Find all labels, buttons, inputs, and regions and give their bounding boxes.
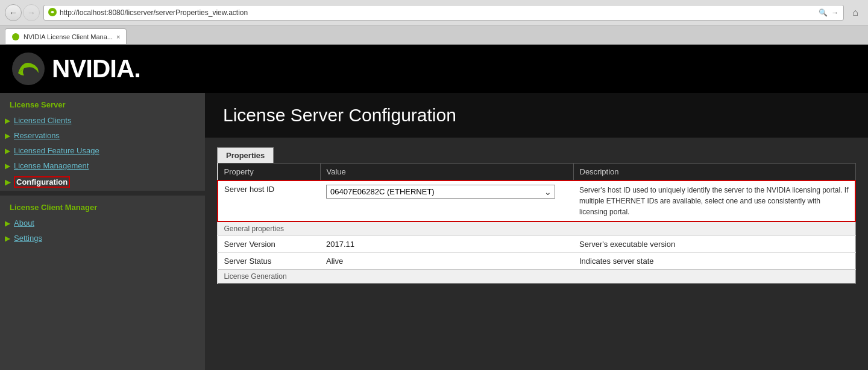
home-button[interactable]: ⌂	[848, 4, 863, 22]
table-section-general: General properties	[218, 222, 855, 236]
sidebar-item-licensed-clients[interactable]: ▶ Licensed Clients	[0, 113, 205, 128]
tab-close-button[interactable]: ×	[116, 33, 120, 40]
nvidia-logo: NVIDIA.	[12, 53, 140, 85]
forward-button[interactable]: →	[23, 4, 40, 21]
license-server-section-header: License Server	[0, 93, 205, 113]
cell-value-server-version: 2017.11	[320, 236, 573, 253]
table-row-server-status: Server Status Alive Indicates server sta…	[218, 253, 855, 270]
content-body: Properties Property Value Description Se…	[205, 138, 868, 370]
sidebar-item-license-management[interactable]: ▶ License Management	[0, 158, 205, 173]
sidebar-link-about[interactable]: About	[14, 218, 34, 228]
properties-table: Property Value Description Server host I…	[217, 163, 856, 284]
sidebar-link-licensed-clients[interactable]: Licensed Clients	[14, 116, 71, 125]
tab-title: NVIDIA License Client Mana...	[24, 33, 113, 40]
tab-favicon	[11, 33, 20, 41]
nvidia-wordmark: NVIDIA.	[52, 54, 140, 83]
cell-property-host-id: Server host ID	[218, 180, 320, 222]
browser-chrome: ← → http://localhost:8080/licserver/serv…	[0, 0, 868, 45]
arrow-icon: ▶	[5, 219, 10, 228]
svg-point-1	[12, 33, 19, 40]
table-row-server-version: Server Version 2017.11 Server's executab…	[218, 236, 855, 253]
sidebar-section-license-client-manager: License Client Manager ▶ About ▶ Setting…	[0, 196, 205, 246]
sidebar-link-license-management[interactable]: License Management	[14, 161, 89, 170]
nvidia-emblem-icon	[12, 53, 45, 85]
address-actions: 🔍 →	[817, 8, 840, 17]
go-button[interactable]: →	[830, 8, 840, 17]
sidebar-link-settings[interactable]: Settings	[14, 234, 42, 243]
sidebar-item-about[interactable]: ▶ About	[0, 215, 205, 231]
browser-toolbar: ← → http://localhost:8080/licserver/serv…	[0, 0, 868, 26]
sidebar-link-configuration[interactable]: Configuration	[16, 177, 68, 187]
arrow-icon: ▶	[5, 116, 10, 125]
sidebar-item-configuration[interactable]: ▶ Configuration	[0, 173, 205, 191]
arrow-icon: ▶	[5, 132, 10, 140]
content-area: License Server Configuration Properties …	[205, 93, 868, 370]
host-id-select-wrapper: 06407E06282C (ETHERNET)	[326, 185, 555, 199]
tabs-bar: NVIDIA License Client Mana... ×	[0, 26, 868, 44]
col-header-property: Property	[218, 164, 320, 181]
arrow-icon: ▶	[5, 178, 10, 187]
cell-value-host-id[interactable]: 06407E06282C (ETHERNET)	[320, 180, 573, 222]
site-icon	[48, 7, 57, 19]
sidebar-item-licensed-feature-usage[interactable]: ▶ Licensed Feature Usage	[0, 143, 205, 158]
back-button[interactable]: ←	[5, 4, 22, 21]
nvidia-header: NVIDIA.	[0, 45, 868, 93]
table-header-row: Property Value Description	[218, 164, 855, 181]
page-title: License Server Configuration	[223, 105, 850, 126]
host-id-select[interactable]: 06407E06282C (ETHERNET)	[326, 185, 555, 199]
host-id-description: Server's host ID used to uniquely identi…	[579, 186, 849, 216]
license-generation-header: License Generation	[218, 270, 855, 284]
sidebar-link-reservations[interactable]: Reservations	[14, 131, 60, 140]
cell-desc-host-id: Server's host ID used to uniquely identi…	[573, 180, 855, 222]
sidebar: License Server ▶ Licensed Clients ▶ Rese…	[0, 93, 205, 370]
sidebar-divider	[0, 191, 205, 196]
col-header-description: Description	[573, 164, 855, 181]
sidebar-item-settings[interactable]: ▶ Settings	[0, 231, 205, 246]
general-properties-header: General properties	[218, 222, 855, 236]
cell-value-server-status: Alive	[320, 253, 573, 270]
sidebar-item-reservations[interactable]: ▶ Reservations	[0, 128, 205, 143]
col-header-value: Value	[320, 164, 573, 181]
search-button[interactable]: 🔍	[817, 8, 829, 17]
properties-tab[interactable]: Properties	[217, 147, 274, 163]
cell-desc-server-status: Indicates server state	[573, 253, 855, 270]
address-text: http://localhost:8080/licserver/serverPr…	[60, 8, 817, 17]
cell-property-server-status: Server Status	[218, 253, 320, 270]
address-bar[interactable]: http://localhost:8080/licserver/serverPr…	[43, 5, 844, 21]
table-row-server-host-id: Server host ID 06407E06282C (ETHERNET) S…	[218, 180, 855, 222]
license-client-manager-section-header: License Client Manager	[0, 196, 205, 215]
cell-property-server-version: Server Version	[218, 236, 320, 253]
sidebar-link-licensed-feature-usage[interactable]: Licensed Feature Usage	[14, 146, 99, 155]
cell-desc-server-version: Server's executable version	[573, 236, 855, 253]
nav-buttons: ← →	[5, 4, 40, 21]
arrow-icon: ▶	[5, 147, 10, 155]
sidebar-section-license-server: License Server ▶ Licensed Clients ▶ Rese…	[0, 93, 205, 191]
svg-point-2	[12, 53, 45, 85]
arrow-icon: ▶	[5, 162, 10, 170]
active-item-box: Configuration	[14, 176, 70, 188]
page-title-bar: License Server Configuration	[205, 93, 868, 138]
browser-tab[interactable]: NVIDIA License Client Mana... ×	[5, 28, 127, 44]
arrow-icon: ▶	[5, 234, 10, 243]
main-layout: License Server ▶ Licensed Clients ▶ Rese…	[0, 93, 868, 370]
table-section-license-generation: License Generation	[218, 270, 855, 284]
